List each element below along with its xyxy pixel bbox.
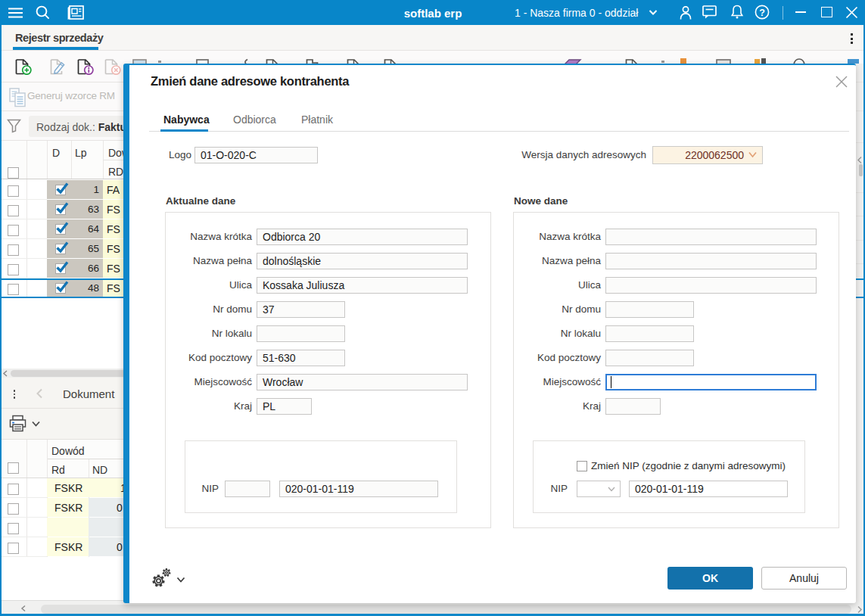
svg-text:?: ?	[759, 8, 765, 18]
